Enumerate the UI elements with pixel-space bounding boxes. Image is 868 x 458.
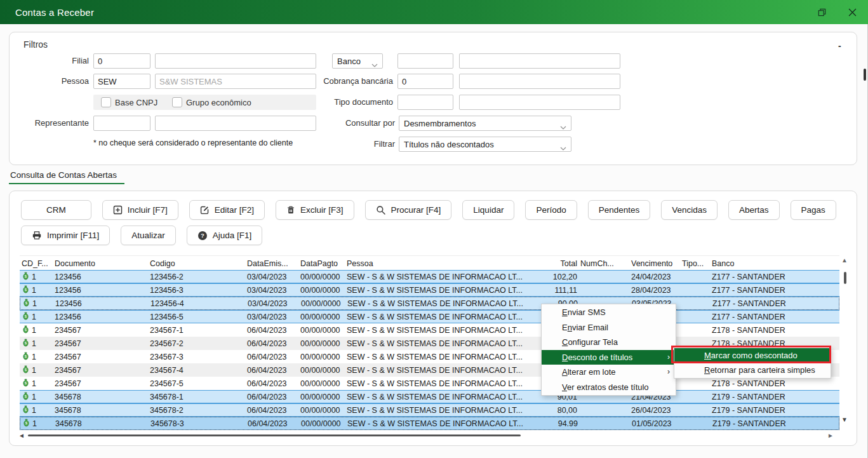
scroll-up-icon[interactable]: ▲ [841, 257, 848, 264]
column-header-pessoa[interactable]: Pessoa [345, 259, 545, 268]
procurar-button[interactable]: Procurar [F4] [365, 200, 452, 220]
table-row[interactable]: $1345678345678-106/04/202300/00/0000SEW … [20, 390, 839, 403]
table-row[interactable]: $1234567234567-506/04/202300/00/0000SEW … [20, 377, 839, 390]
column-header-banco[interactable]: Banco [710, 259, 839, 268]
vencidas-button[interactable]: Vencidas [661, 200, 718, 220]
crm-button[interactable]: CRM [21, 200, 91, 220]
pendentes-button[interactable]: Pendentes [588, 200, 651, 220]
cell-venc: 26/04/2023 [629, 406, 680, 415]
column-header-tipo[interactable]: Tipo... [680, 259, 710, 268]
editar-button[interactable]: Editar [F2] [189, 200, 265, 220]
cobranca-name-input[interactable] [459, 74, 620, 89]
column-header-total[interactable]: Total [545, 259, 578, 268]
menu-item-ver-extratos[interactable]: Ver extratos deste título [542, 380, 676, 395]
close-icon[interactable] [848, 8, 857, 17]
button-label: Atualizar [131, 231, 165, 240]
excluir-button[interactable]: Excluir [F3] [276, 200, 354, 220]
tipo-documento-code-input[interactable] [397, 95, 453, 110]
grid-header: CD_F...DocumentoCodigoDataEmis...DataPag… [20, 255, 839, 271]
representante-label: Representante [10, 118, 89, 128]
cell-pagto: 00/00/0000 [298, 286, 345, 295]
cell-pessoa: SEW - S & W SISTEMAS DE INFORMACAO LT... [345, 393, 545, 401]
button-label: Liquidar [473, 205, 504, 215]
vertical-scrollbar-thumb[interactable] [844, 272, 846, 284]
cd-value: 1 [32, 326, 36, 335]
cell-codigo: 234567-3 [148, 353, 245, 361]
cell-codigo: 123456-5 [148, 313, 245, 321]
horizontal-scrollbar-thumb[interactable] [28, 434, 521, 436]
table-row[interactable]: $1123456123456-403/04/202300/00/0000SEW … [20, 297, 839, 310]
window-controls [817, 0, 857, 24]
cell-emis: 06/04/2023 [245, 339, 298, 348]
button-label: Período [536, 205, 566, 215]
consultar-por-select[interactable]: Desmembramentos [399, 116, 571, 131]
cell-doc: 234567 [53, 366, 148, 375]
ajuda-button[interactable]: ?Ajuda [F1] [187, 226, 263, 245]
table-row[interactable]: $1123456123456-503/04/202300/00/0000SEW … [20, 310, 839, 323]
column-header-numch[interactable]: NumCh... [578, 259, 629, 268]
moneybag-icon: $ [22, 379, 29, 389]
filtrar-select[interactable]: Títulos não descontados [399, 137, 571, 152]
column-header-cd[interactable]: CD_F... [20, 259, 53, 268]
button-label: Vencidas [672, 205, 707, 215]
menu-item-desconto-de-titulos[interactable]: Desconto de títulos› [542, 350, 676, 365]
periodo-button[interactable]: Período [525, 200, 577, 220]
submenu-item-retornar-carteira-simples[interactable]: Retornar para carteira simples [674, 363, 831, 377]
banco-name-input[interactable] [459, 53, 620, 69]
pagas-button[interactable]: Pagas [791, 200, 836, 220]
table-row[interactable]: $1345678345678-206/04/202300/00/0000SEW … [20, 403, 839, 417]
cell-banco: Z178 - SANTANDER [710, 326, 839, 335]
tab-consulta-contas-abertas[interactable]: Consulta de Contas Abertas [9, 170, 124, 184]
column-header-codigo[interactable]: Codigo [148, 259, 245, 268]
cd-value: 1 [32, 379, 36, 388]
table-row[interactable]: $1234567234567-106/04/202300/00/0000SEW … [20, 323, 839, 337]
cd-value: 1 [32, 273, 36, 281]
cell-banco: Z177 - SANTANDER [710, 273, 839, 281]
base-cnpj-checkbox[interactable] [101, 97, 111, 107]
incluir-button[interactable]: Incluir [F7] [102, 200, 178, 220]
menu-item-alterar-em-lote[interactable]: Alterar em lote› [542, 365, 676, 380]
grupo-economico-checkbox[interactable] [172, 97, 182, 107]
column-header-doc[interactable]: Documento [53, 259, 148, 268]
table-row[interactable]: $1345678345678-306/04/202300/00/0000SEW … [20, 417, 839, 430]
table-row[interactable]: $1123456123456-303/04/202300/00/0000SEW … [20, 283, 839, 297]
abertas-button[interactable]: Abertas [728, 200, 780, 220]
scroll-right-icon[interactable]: ► [827, 433, 834, 439]
collapse-panel-button[interactable]: - [838, 43, 841, 49]
filial-code-input[interactable] [93, 53, 150, 69]
tipo-documento-name-input[interactable] [459, 95, 620, 110]
representante-code-input[interactable] [93, 116, 150, 131]
imprimir-button[interactable]: Imprimir [F11] [21, 226, 110, 245]
cell-cd: $1 [20, 365, 53, 375]
moneybag-icon: $ [22, 325, 29, 335]
menu-item-configurar-tela[interactable]: Configurar Tela [542, 335, 676, 350]
window-scrollbar-thumb[interactable] [864, 69, 866, 81]
menu-item-enviar-email[interactable]: Enviar Email [542, 320, 676, 335]
liquidar-button[interactable]: Liquidar [462, 200, 514, 220]
pessoa-code-input[interactable] [93, 74, 150, 89]
menu-item-enviar-sms[interactable]: Enviar SMS [542, 305, 676, 320]
submenu-item-marcar-como-descontado[interactable]: Marcar como descontado [674, 348, 831, 363]
scroll-down-icon[interactable]: ▼ [841, 417, 848, 423]
filters-panel: Filtros - Filial Banco Pessoa Cobrança b… [9, 32, 857, 165]
column-header-venc[interactable]: Vencimento [629, 259, 680, 268]
cell-banco: Z179 - SANTANDER [710, 393, 839, 401]
filial-name-input[interactable] [155, 53, 316, 69]
cell-pessoa: SEW - S & W SISTEMAS DE INFORMACAO LT... [345, 313, 545, 321]
cobranca-code-input[interactable] [397, 74, 453, 89]
cell-pessoa: SEW - S & W SISTEMAS DE INFORMACAO LT... [345, 339, 545, 348]
column-header-pagto[interactable]: DataPagto [298, 259, 345, 268]
cell-pagto: 00/00/0000 [298, 353, 345, 361]
banco-select[interactable]: Banco [332, 53, 383, 69]
scroll-left-icon[interactable]: ◄ [18, 433, 25, 439]
atualizar-button[interactable]: Atualizar [121, 226, 176, 245]
table-row[interactable]: $1123456123456-203/04/202300/00/0000SEW … [20, 270, 839, 283]
toolbar-row-1: CRMIncluir [F7]Editar [F2]Excluir [F3]Pr… [21, 200, 836, 220]
cell-pagto: 00/00/0000 [298, 313, 345, 321]
restore-icon[interactable] [817, 8, 826, 17]
consultar-por-label: Consultar por [253, 118, 395, 128]
help-icon: ? [197, 231, 208, 241]
column-header-emis[interactable]: DataEmis... [245, 259, 298, 268]
banco-code-input[interactable] [397, 53, 453, 69]
moneybag-icon: $ [22, 272, 29, 282]
